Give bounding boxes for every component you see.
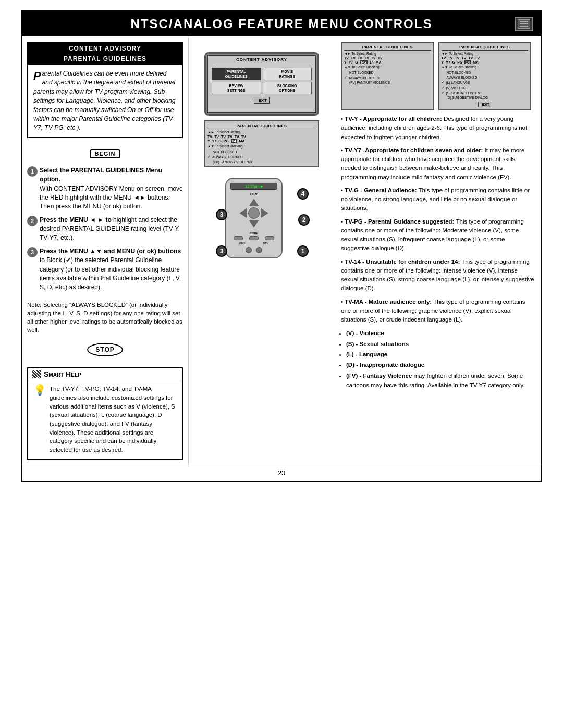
smart-help-box: Smart Help 💡 The TV-Y7; TV-PG; TV-14; an… bbox=[27, 367, 183, 459]
note-text: Note: Selecting “ALWAYS BLOCKED” (or ind… bbox=[22, 299, 188, 337]
page-number: 23 bbox=[22, 465, 541, 481]
page-header: NTSC/A​NALOG F​EATURE M​ENU C​ONTROLS bbox=[22, 11, 541, 36]
step-3-title: Press the MENU ▲▼ and MENU (or ok) butto… bbox=[40, 248, 181, 255]
pg-screen-1: PARENTAL GUIDELINES ◄► To Select Rating … bbox=[204, 120, 319, 167]
header-icon bbox=[515, 17, 533, 31]
pg-blocking-1: NOT BLOCKED ALWAYS BLOCKED (FV) FANTASY … bbox=[207, 150, 316, 164]
right-column: PARENTAL GUIDELINES ◄► To Select Rating … bbox=[335, 36, 541, 465]
remote-prg-dtv: PRG DTV bbox=[230, 242, 277, 245]
step-3-number: 3 bbox=[27, 247, 38, 257]
remote-btn-1[interactable] bbox=[234, 236, 243, 240]
tv-14-desc: • TV-14 - Unsuitable for children under … bbox=[341, 257, 535, 293]
remote-circle-btns bbox=[230, 247, 277, 253]
advisory-body: P arental Guidelines can be even more de… bbox=[28, 65, 182, 137]
tv-outer: CONTENT ADVISORY PARENTALGUIDELINES MOVI… bbox=[204, 52, 319, 116]
bullet-v: (V) - Violence bbox=[346, 328, 535, 338]
stop-badge-row: STOP bbox=[22, 340, 188, 360]
step-3: 3 Press the MENU ▲▼ and MENU (or ok) but… bbox=[27, 247, 183, 292]
step-overlay-3-left: 3 bbox=[216, 209, 227, 220]
menu-item-review: REVIEWSETTINGS bbox=[212, 82, 261, 94]
remote-menu-label: menu bbox=[230, 231, 277, 235]
step-2-text: Press the MENU ◄ ► to highlight and sele… bbox=[40, 216, 183, 243]
steps-area: 1 Select the PARENTAL GUIDELINES Menu op… bbox=[22, 164, 188, 299]
menu-item-parental: PARENTALGUIDELINES bbox=[212, 68, 261, 80]
dpad-right-btn[interactable] bbox=[261, 208, 268, 218]
tv-ma-desc: • TV-MA - Mature audience only: This typ… bbox=[341, 298, 535, 325]
step-overlay-1: 1 bbox=[297, 245, 309, 257]
step-2: 2 Press the MENU ◄ ► to highlight and se… bbox=[27, 216, 183, 243]
remote-circle-1[interactable] bbox=[246, 247, 252, 253]
bullet-l: (L) - Language bbox=[346, 350, 535, 359]
step-1-text: Select the PARENTAL GUIDELINES Menu opti… bbox=[40, 166, 183, 212]
pg-ratings-row-1-top: TV TV TV TV TV TV bbox=[207, 135, 316, 139]
dpad-ok-btn[interactable] bbox=[248, 207, 260, 219]
begin-badge-row: BEGIN bbox=[22, 146, 188, 162]
page-title: NTSC/A​NALOG F​EATURE M​ENU C​ONTROLS bbox=[131, 17, 433, 31]
advisory-body-text: arental Guidelines can be even more defi… bbox=[33, 70, 176, 131]
stop-badge: STOP bbox=[87, 343, 123, 356]
left-column: CONTENT ADVISORY PARENTAL GUIDELINES P a… bbox=[22, 36, 189, 465]
dpad-left-btn[interactable] bbox=[239, 208, 247, 218]
step-overlay-2: 2 bbox=[298, 214, 310, 226]
drop-cap: P bbox=[33, 70, 41, 82]
remote-circle-2[interactable] bbox=[256, 247, 262, 253]
right-descriptions: • TV-Y - Appropriate for all children: T… bbox=[341, 115, 535, 390]
content-advisory-box: CONTENT ADVISORY PARENTAL GUIDELINES P a… bbox=[27, 42, 183, 138]
tv-y-desc: • TV-Y - Appropriate for all children: T… bbox=[341, 115, 535, 142]
step-2-title: Press the MENU ◄ ► to bbox=[40, 216, 112, 224]
pg-screen-1-title: PARENTAL GUIDELINES bbox=[207, 124, 316, 129]
remote-display: 12:37pm ■ bbox=[230, 183, 277, 190]
advisory-header: CONTENT ADVISORY bbox=[28, 43, 182, 54]
rating-bullets: (V) - Violence (S) - Sexual situations (… bbox=[346, 328, 535, 390]
blocking-always-blocked-1: ALWAYS BLOCKED bbox=[207, 154, 316, 159]
begin-badge: BEGIN bbox=[90, 149, 121, 158]
bulb-icon: 💡 bbox=[33, 385, 46, 395]
tv-menu-label: CONTENT ADVISORY bbox=[213, 57, 310, 63]
step-2-number: 2 bbox=[27, 216, 38, 226]
step-1: 1 Select the PARENTAL GUIDELINES Menu op… bbox=[27, 166, 183, 212]
tv-y7-desc: • TV-Y7 -Appropriate for children seven … bbox=[341, 146, 535, 182]
blocking-fv-1: (FV) FANTASY VIOLENCE bbox=[207, 159, 316, 164]
tv-inner: CONTENT ADVISORY PARENTALGUIDELINES MOVI… bbox=[207, 55, 316, 113]
tv-menu-grid: PARENTALGUIDELINES MOVIERATINGS REVIEWSE… bbox=[211, 67, 313, 95]
pg-screen-right-1: PARENTAL GUIDELINES ◄► To Select Rating … bbox=[341, 42, 434, 110]
pg-nav-hint-1-lr: ◄► To Select Rating bbox=[207, 130, 316, 134]
tv-exit-btn: EXIT bbox=[254, 97, 270, 104]
step-overlay-4: 4 bbox=[297, 188, 309, 200]
step-1-detail: With CONTENT ADVISORY Menu on screen, mo… bbox=[40, 185, 183, 211]
remote-dtv-label: DTV bbox=[230, 192, 277, 196]
smart-help-icon bbox=[32, 370, 41, 378]
bullet-fv: (FV) - Fantasy Violence may frighten chi… bbox=[346, 371, 535, 390]
dpad-up-btn[interactable] bbox=[249, 199, 259, 206]
pg-screens-right: PARENTAL GUIDELINES ◄► To Select Rating … bbox=[341, 42, 535, 110]
menu-item-movie: MOVIERATINGS bbox=[263, 68, 312, 80]
smart-help-title: Smart Help bbox=[44, 370, 81, 378]
tv-pg-desc: • TV-PG - Parental Guidance suggested: T… bbox=[341, 217, 535, 253]
remote-dpad bbox=[238, 198, 270, 229]
smart-help-body: 💡 The TV-Y7; TV-PG; TV-14; and TV-MA gui… bbox=[28, 380, 182, 458]
step-1-number: 1 bbox=[27, 166, 38, 177]
middle-column: CONTENT ADVISORY PARENTALGUIDELINES MOVI… bbox=[189, 36, 335, 465]
content-advisory-tv: CONTENT ADVISORY PARENTALGUIDELINES MOVI… bbox=[204, 52, 319, 116]
blocking-not-blocked-1: NOT BLOCKED bbox=[207, 150, 316, 154]
step-1-title: Select the PARENTAL GUIDELINES Menu opti… bbox=[40, 167, 162, 183]
menu-item-blocking: BLOCKINGOPTIONS bbox=[263, 82, 312, 94]
smart-help-text: The TV-Y7; TV-PG; TV-14; and TV-MA guide… bbox=[50, 385, 177, 454]
tv-g-desc: • TV-G - General Audience: This type of … bbox=[341, 186, 535, 213]
step-3-text: Press the MENU ▲▼ and MENU (or ok) butto… bbox=[40, 247, 183, 292]
pg-nav-hint-1-ud: ▲▼ To Select Blocking bbox=[207, 144, 316, 148]
pg-ratings-row-1-sub: Y Y7 G PG 14 MA bbox=[207, 139, 316, 143]
pg-screen-right-2: PARENTAL GUIDELINES ◄► To Select Rating … bbox=[438, 42, 532, 110]
remote-control: 12:37pm ■ DTV bbox=[225, 178, 283, 258]
advisory-subheader: PARENTAL GUIDELINES bbox=[28, 54, 182, 65]
remote-bottom-btns bbox=[230, 236, 277, 240]
bullet-s: (S) - Sexual situations bbox=[346, 339, 535, 349]
step-overlay-3-btm: 3 bbox=[216, 245, 227, 257]
smart-help-header: Smart Help bbox=[28, 368, 182, 380]
dpad-down-btn[interactable] bbox=[249, 220, 259, 228]
remote-btn-3[interactable] bbox=[265, 236, 274, 240]
bullet-d: (D) - Inappropriate dialogue bbox=[346, 360, 535, 369]
remote-btn-2[interactable] bbox=[249, 236, 259, 240]
